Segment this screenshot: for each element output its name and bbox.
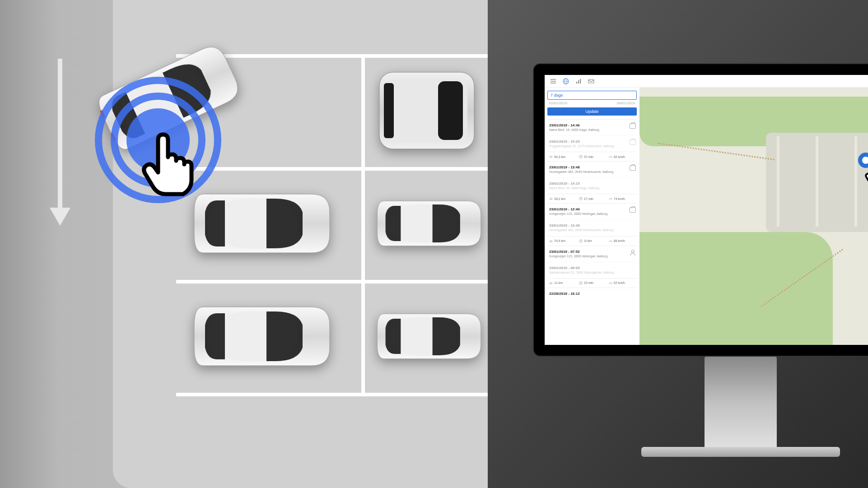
distance-stat-icon	[549, 197, 553, 200]
speed-stat-icon	[609, 197, 612, 200]
monitor-stand	[705, 357, 777, 447]
date-range-input[interactable]	[547, 91, 637, 100]
trip-datetime: 23/01/2019 - 13:48	[549, 165, 635, 169]
trip-item[interactable]: 23/01/2019 - 14:46Nørre Blvd. 16, 4600 K…	[547, 119, 637, 135]
trip-datetime: 23/01/2019 - 12:40	[549, 207, 635, 211]
trip-address: Nørre Blvd. 16, 4600 Køge, Aalborg	[549, 128, 635, 132]
duration-stat-icon	[579, 239, 583, 243]
trip-datetime: 23/01/2019 - 15:29	[549, 139, 635, 144]
duration-stat: 1t 8m	[579, 239, 605, 243]
parking-line	[176, 393, 488, 396]
trip-item[interactable]: 23/01/2019 - 09:05Søndermarken 51, 3060 …	[547, 262, 637, 278]
distance-stat: 28,2 km	[549, 197, 575, 200]
duration-stat-icon	[579, 155, 583, 158]
trip-address: Søndermarken 51, 3060 Espergærde, Aalbor…	[549, 270, 635, 274]
svg-point-25	[631, 250, 634, 253]
briefcase-icon	[630, 123, 636, 129]
duration-stat: 15 min	[579, 281, 605, 285]
monitor-panel: 02/01/2019 09/01/2019 Update 23/01/2019 …	[488, 0, 868, 488]
distance-stat-icon	[549, 155, 553, 158]
map-lane	[854, 136, 857, 227]
parked-car	[370, 176, 488, 273]
trip-address: Nørre Blvd. 16, 4600 Køge, Aalborg	[549, 186, 635, 190]
trip-stats-row: 56,3 km37 min82 km/h	[547, 152, 637, 161]
pointer-hand-icon	[138, 131, 196, 200]
svg-line-22	[611, 199, 611, 200]
desktop-monitor: 02/01/2019 09/01/2019 Update 23/01/2019 …	[533, 63, 868, 457]
parking-line	[176, 280, 488, 284]
duration-stat-icon	[579, 197, 583, 200]
svg-line-27	[611, 283, 611, 284]
trip-address: Kongevejen 115, 3000 Helsingør, Aalborg	[549, 212, 635, 216]
date-range-row: 02/01/2019 09/01/2019	[547, 100, 637, 107]
svg-rect-18	[588, 79, 594, 83]
briefcase-icon	[630, 165, 636, 171]
pointer-hand-icon	[863, 161, 868, 189]
map-grass	[639, 232, 833, 345]
date-from: 02/01/2019	[549, 101, 567, 105]
trip-stats-row: 28,2 km27 min74 km/h	[547, 194, 637, 203]
distance-stat: 11 km	[549, 281, 575, 285]
distance-stat: 56,3 km	[549, 155, 575, 158]
svg-rect-3	[384, 83, 394, 138]
trip-item[interactable]: 23/01/2019 - 13:48Hovedgaden 482, 2640 H…	[547, 161, 637, 177]
trip-list: 23/01/2019 - 14:46Nørre Blvd. 16, 4600 K…	[547, 119, 637, 300]
trip-address: Kongevejen 115, 3000 Helsingør, Aalborg	[549, 254, 635, 258]
trip-datetime: 23/01/2019 - 14:46	[549, 123, 635, 127]
svg-rect-17	[580, 79, 581, 84]
svg-rect-16	[578, 80, 579, 84]
trip-item[interactable]: 23/01/2019 - 12:40Kongevejen 115, 3000 H…	[547, 203, 637, 219]
person-icon	[630, 250, 636, 258]
app-window: 02/01/2019 09/01/2019 Update 23/01/2019 …	[545, 75, 868, 345]
parked-car	[185, 289, 339, 386]
svg-rect-2	[438, 81, 463, 140]
trip-datetime: 23/01/2019 - 07:52	[549, 250, 635, 254]
trip-address: Hovedgaden 482, 2640 Hedehusene, Aalborg	[549, 228, 635, 232]
trip-item[interactable]: 23/01/2019 - 13:48Hovedgaden 482, 2640 H…	[547, 219, 637, 236]
map-view[interactable]	[639, 88, 868, 345]
trip-datetime: 23/01/2019 - 13:48	[549, 223, 635, 228]
parked-car	[370, 289, 488, 386]
speed-stat-icon	[609, 281, 612, 285]
duration-stat: 37 min	[579, 155, 605, 158]
speed-stat-icon	[609, 239, 612, 243]
distance-stat: 74,9 km	[549, 239, 575, 243]
svg-line-20	[611, 157, 611, 158]
down-arrow-icon	[44, 59, 76, 232]
update-button[interactable]: Update	[547, 107, 637, 116]
speed-stat: 88 km/h	[609, 239, 635, 243]
trip-item[interactable]: 23/01/2019 - 14:15Nørre Blvd. 16, 4600 K…	[547, 177, 637, 194]
speed-stat: 82 km/h	[609, 155, 635, 158]
duration-stat-icon	[579, 281, 583, 285]
trip-datetime: 23/01/2019 - 09:05	[549, 266, 635, 270]
parking-line	[176, 167, 488, 171]
trip-stats-row: 74,9 km1t 8m88 km/h	[547, 236, 637, 246]
map-lane	[777, 136, 779, 227]
speed-stat-icon	[609, 155, 612, 158]
promo-canvas: 02/01/2019 09/01/2019 Update 23/01/2019 …	[0, 0, 868, 488]
monitor-screen: 02/01/2019 09/01/2019 Update 23/01/2019 …	[533, 63, 868, 357]
trip-stats-row: 11 km15 min62 km/h	[547, 278, 637, 288]
duration-stat: 27 min	[579, 197, 605, 200]
bar-chart-icon[interactable]	[575, 78, 582, 84]
date-to: 09/01/2019	[617, 101, 635, 105]
trip-item[interactable]: 23/01/2019 - 15:29Puggaardsgade 23, 1573…	[547, 135, 637, 152]
trip-datetime: 22/28/2019 - 16:12	[549, 292, 635, 296]
trip-item[interactable]: 23/01/2019 - 07:52Kongevejen 115, 3000 H…	[547, 246, 637, 262]
menu-icon[interactable]	[550, 78, 556, 84]
briefcase-icon	[630, 207, 636, 213]
briefcase-icon	[630, 139, 636, 145]
distance-stat-icon	[549, 281, 553, 285]
trip-datetime: 23/01/2019 - 14:15	[549, 181, 635, 186]
trip-address: Hovedgaden 482, 2640 Hedehusene, Aalborg	[549, 170, 635, 174]
parked-van	[370, 59, 483, 164]
mail-icon[interactable]	[588, 78, 594, 84]
parking-illustration	[0, 0, 488, 488]
app-toolbar	[545, 75, 868, 88]
trip-item[interactable]: 22/28/2019 - 16:12	[547, 288, 637, 300]
monitor-base	[641, 447, 840, 457]
parking-divider	[361, 54, 365, 396]
speed-stat: 62 km/h	[609, 281, 635, 285]
globe-icon[interactable]	[563, 78, 569, 84]
trip-address: Puggaardsgade 23, 1573 København, Aalbor…	[549, 144, 635, 148]
